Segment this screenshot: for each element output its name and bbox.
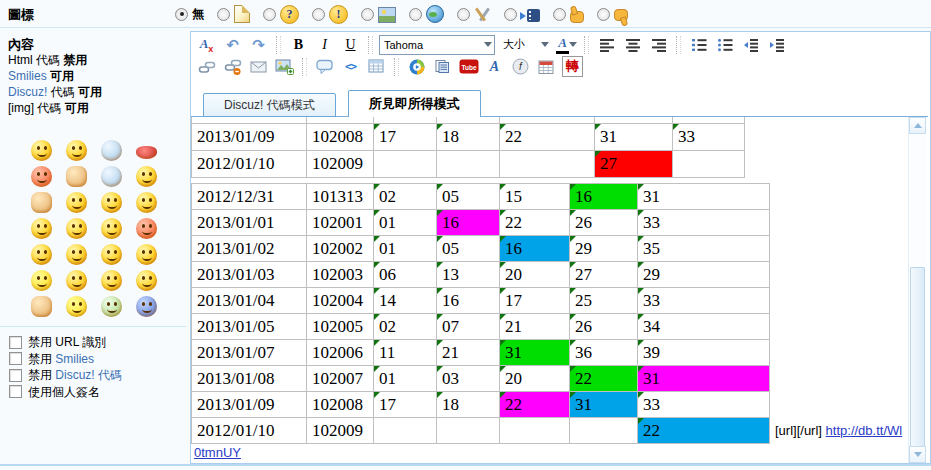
value-cell[interactable]: 17 bbox=[374, 392, 437, 418]
smiley-button[interactable] bbox=[94, 293, 129, 319]
smiley-button[interactable] bbox=[59, 189, 94, 215]
smiley-button[interactable] bbox=[59, 293, 94, 319]
radio[interactable] bbox=[597, 8, 610, 21]
smiley-button[interactable] bbox=[129, 241, 164, 267]
radio[interactable] bbox=[409, 8, 422, 21]
scrollbar-thumb[interactable] bbox=[910, 267, 925, 447]
scroll-up-button[interactable] bbox=[909, 117, 926, 134]
value-cell[interactable]: 31 bbox=[595, 124, 673, 151]
value-cell[interactable]: 02 bbox=[374, 314, 437, 340]
code-button[interactable]: <> bbox=[339, 56, 362, 78]
value-cell[interactable]: 16 bbox=[437, 288, 500, 314]
date-cell[interactable]: 2013/01/02 bbox=[192, 236, 307, 262]
value-cell[interactable]: 18 bbox=[437, 392, 500, 418]
smiley-button[interactable] bbox=[129, 293, 164, 319]
smiley-button[interactable] bbox=[59, 267, 94, 293]
checkbox[interactable] bbox=[9, 369, 22, 382]
dropbox-link-part1[interactable]: http://db.tt/Wl bbox=[826, 423, 903, 438]
indent-button[interactable] bbox=[765, 34, 788, 56]
font-color-button[interactable]: A bbox=[555, 34, 578, 56]
ordered-list-button[interactable] bbox=[687, 34, 710, 56]
value-cell[interactable]: 20 bbox=[500, 116, 595, 124]
value-cell[interactable] bbox=[500, 418, 570, 444]
table-button[interactable] bbox=[365, 56, 388, 78]
smiley-button[interactable] bbox=[129, 267, 164, 293]
date-cell[interactable]: 2013/01/07 bbox=[192, 340, 307, 366]
value-cell[interactable]: 31 bbox=[638, 184, 770, 210]
italic-button[interactable]: I bbox=[313, 34, 336, 56]
value-cell[interactable] bbox=[437, 418, 500, 444]
value-cell[interactable]: 22 bbox=[638, 418, 770, 444]
insert-image-button[interactable] bbox=[273, 56, 296, 78]
tab-wysiwyg-mode[interactable]: 所見即所得模式 bbox=[348, 90, 481, 117]
smiley-button[interactable] bbox=[129, 163, 164, 189]
value-cell[interactable]: 33 bbox=[673, 124, 745, 151]
value-cell[interactable]: 22 bbox=[500, 392, 570, 418]
flash-text-button[interactable]: A bbox=[483, 56, 506, 78]
value-cell[interactable] bbox=[374, 418, 437, 444]
smiley-button[interactable] bbox=[129, 189, 164, 215]
value-cell[interactable]: 26 bbox=[570, 210, 638, 236]
value-cell[interactable]: 31 bbox=[570, 392, 638, 418]
period-cell[interactable]: 102001 bbox=[307, 210, 374, 236]
value-cell[interactable]: 27 bbox=[595, 151, 673, 178]
radio[interactable] bbox=[263, 8, 276, 21]
font-family-select[interactable]: Tahoma bbox=[379, 35, 495, 55]
value-cell[interactable]: 18 bbox=[437, 124, 500, 151]
smiley-button[interactable] bbox=[94, 189, 129, 215]
value-cell[interactable]: 22 bbox=[500, 210, 570, 236]
smiley-button[interactable] bbox=[94, 163, 129, 189]
permission-link[interactable]: Discuz! bbox=[8, 85, 47, 99]
outdent-button[interactable] bbox=[739, 34, 762, 56]
smiley-button[interactable] bbox=[24, 137, 59, 163]
value-cell[interactable]: 01 bbox=[374, 210, 437, 236]
period-cell[interactable]: 102008 bbox=[307, 124, 374, 151]
quote-button[interactable] bbox=[313, 56, 336, 78]
radio[interactable] bbox=[457, 8, 470, 21]
value-cell[interactable]: 26 bbox=[570, 314, 638, 340]
value-cell[interactable]: 05 bbox=[437, 236, 500, 262]
value-cell[interactable]: 03 bbox=[437, 116, 500, 124]
value-cell[interactable]: 22 bbox=[500, 124, 595, 151]
icon-option-thumb-up[interactable] bbox=[553, 6, 584, 23]
period-cell[interactable]: 102003 bbox=[307, 262, 374, 288]
icon-option-thumb-down[interactable] bbox=[597, 7, 628, 21]
value-cell[interactable]: 16 bbox=[570, 184, 638, 210]
period-cell[interactable]: 102007 bbox=[307, 116, 374, 124]
wysiwyg-editable-area[interactable]: 2013/01/08 102007 01 03 20 22 31 2013/01… bbox=[191, 116, 928, 463]
radio[interactable] bbox=[553, 8, 566, 21]
date-cell[interactable]: 2013/01/09 bbox=[192, 124, 307, 151]
smiley-button[interactable] bbox=[24, 241, 59, 267]
value-cell[interactable]: 33 bbox=[638, 288, 770, 314]
value-cell[interactable]: 01 bbox=[374, 236, 437, 262]
radio-selected[interactable] bbox=[175, 8, 188, 21]
checkbox[interactable] bbox=[9, 336, 22, 349]
value-cell[interactable]: 15 bbox=[500, 184, 570, 210]
icon-option-globe[interactable] bbox=[409, 5, 444, 23]
value-cell[interactable]: 21 bbox=[500, 314, 570, 340]
date-cell[interactable]: 2013/01/03 bbox=[192, 262, 307, 288]
value-cell[interactable]: 13 bbox=[437, 262, 500, 288]
link-button[interactable] bbox=[195, 56, 218, 78]
value-cell[interactable]: 39 bbox=[638, 340, 770, 366]
period-cell[interactable]: 102002 bbox=[307, 236, 374, 262]
value-cell[interactable]: 27 bbox=[570, 262, 638, 288]
value-cell[interactable]: 33 bbox=[638, 392, 770, 418]
value-cell[interactable]: 07 bbox=[437, 314, 500, 340]
value-cell[interactable]: 01 bbox=[374, 116, 437, 124]
underline-button[interactable]: U bbox=[339, 34, 362, 56]
date-cell[interactable]: 2013/01/08 bbox=[192, 366, 307, 392]
value-cell[interactable]: 31 bbox=[673, 116, 745, 124]
value-cell[interactable]: 33 bbox=[638, 210, 770, 236]
icon-option-page[interactable] bbox=[217, 5, 250, 23]
icon-option-tools[interactable] bbox=[457, 6, 491, 23]
period-cell[interactable]: 101313 bbox=[307, 184, 374, 210]
remove-format-button[interactable]: Ax bbox=[195, 34, 218, 56]
radio[interactable] bbox=[217, 8, 230, 21]
align-left-button[interactable] bbox=[595, 34, 618, 56]
email-button[interactable] bbox=[247, 56, 270, 78]
icon-option-picture[interactable] bbox=[361, 6, 396, 23]
dropbox-link-part2[interactable]: 0tmnUY bbox=[194, 445, 241, 460]
value-cell[interactable]: 34 bbox=[638, 314, 770, 340]
smiley-button[interactable] bbox=[24, 267, 59, 293]
